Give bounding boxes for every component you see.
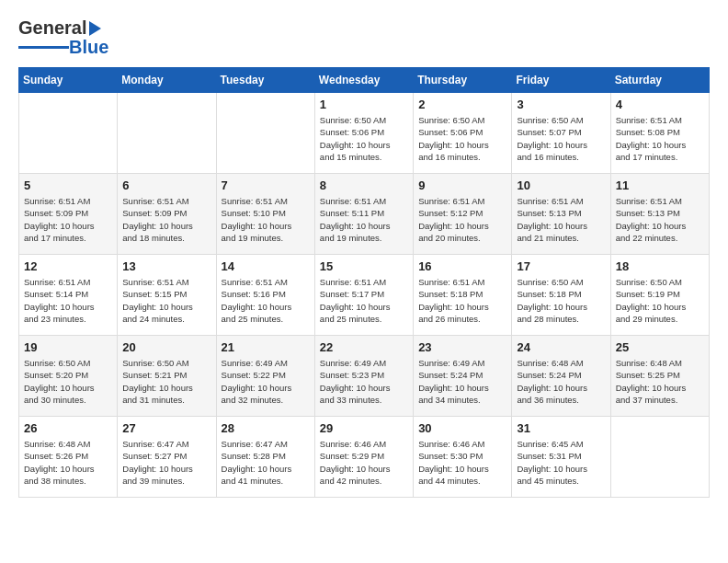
- day-detail: Sunrise: 6:51 AM Sunset: 5:15 PM Dayligh…: [122, 276, 210, 325]
- calendar-cell: 12Sunrise: 6:51 AM Sunset: 5:14 PM Dayli…: [19, 255, 118, 336]
- week-row-1: 1Sunrise: 6:50 AM Sunset: 5:06 PM Daylig…: [19, 93, 710, 174]
- calendar-table: SundayMondayTuesdayWednesdayThursdayFrid…: [18, 67, 710, 498]
- day-number: 19: [24, 340, 112, 354]
- calendar-cell: 19Sunrise: 6:50 AM Sunset: 5:20 PM Dayli…: [19, 336, 118, 417]
- day-number: 17: [517, 259, 605, 273]
- calendar-cell: 17Sunrise: 6:50 AM Sunset: 5:18 PM Dayli…: [512, 255, 610, 336]
- week-row-4: 19Sunrise: 6:50 AM Sunset: 5:20 PM Dayli…: [19, 336, 710, 417]
- day-number: 4: [616, 98, 704, 111]
- day-number: 18: [616, 259, 704, 273]
- day-detail: Sunrise: 6:50 AM Sunset: 5:07 PM Dayligh…: [517, 114, 605, 163]
- day-detail: Sunrise: 6:48 AM Sunset: 5:24 PM Dayligh…: [517, 357, 605, 406]
- day-detail: Sunrise: 6:49 AM Sunset: 5:22 PM Dayligh…: [222, 357, 310, 406]
- day-number: 24: [517, 340, 605, 354]
- week-row-3: 12Sunrise: 6:51 AM Sunset: 5:14 PM Dayli…: [19, 255, 710, 336]
- weekday-header-monday: Monday: [118, 68, 216, 93]
- day-number: 3: [517, 98, 605, 111]
- day-number: 2: [418, 98, 506, 111]
- calendar-cell: 4Sunrise: 6:51 AM Sunset: 5:08 PM Daylig…: [610, 93, 709, 174]
- day-detail: Sunrise: 6:47 AM Sunset: 5:28 PM Dayligh…: [222, 438, 310, 487]
- day-detail: Sunrise: 6:50 AM Sunset: 5:21 PM Dayligh…: [122, 357, 210, 406]
- day-number: 22: [320, 340, 408, 354]
- calendar-cell: 2Sunrise: 6:50 AM Sunset: 5:06 PM Daylig…: [414, 93, 512, 174]
- day-number: 28: [222, 421, 310, 435]
- day-detail: Sunrise: 6:51 AM Sunset: 5:13 PM Dayligh…: [517, 195, 605, 244]
- calendar-cell: [610, 417, 709, 498]
- weekday-header-friday: Friday: [512, 68, 610, 93]
- calendar-cell: 27Sunrise: 6:47 AM Sunset: 5:27 PM Dayli…: [118, 417, 216, 498]
- calendar-cell: 26Sunrise: 6:48 AM Sunset: 5:26 PM Dayli…: [19, 417, 118, 498]
- day-detail: Sunrise: 6:50 AM Sunset: 5:18 PM Dayligh…: [517, 276, 605, 325]
- week-row-2: 5Sunrise: 6:51 AM Sunset: 5:09 PM Daylig…: [19, 174, 710, 255]
- logo-general: General: [18, 18, 86, 37]
- day-detail: Sunrise: 6:48 AM Sunset: 5:26 PM Dayligh…: [24, 438, 112, 487]
- day-number: 9: [418, 178, 506, 192]
- weekday-header-sunday: Sunday: [19, 68, 118, 93]
- logo-underline: [18, 46, 69, 49]
- week-row-5: 26Sunrise: 6:48 AM Sunset: 5:26 PM Dayli…: [19, 417, 710, 498]
- calendar-cell: 6Sunrise: 6:51 AM Sunset: 5:09 PM Daylig…: [118, 174, 216, 255]
- day-detail: Sunrise: 6:51 AM Sunset: 5:10 PM Dayligh…: [222, 195, 310, 244]
- day-detail: Sunrise: 6:50 AM Sunset: 5:06 PM Dayligh…: [418, 114, 506, 163]
- calendar-cell: 25Sunrise: 6:48 AM Sunset: 5:25 PM Dayli…: [610, 336, 709, 417]
- calendar-cell: 15Sunrise: 6:51 AM Sunset: 5:17 PM Dayli…: [314, 255, 413, 336]
- day-detail: Sunrise: 6:50 AM Sunset: 5:06 PM Dayligh…: [320, 114, 408, 163]
- calendar-cell: [19, 93, 118, 174]
- calendar-cell: 7Sunrise: 6:51 AM Sunset: 5:10 PM Daylig…: [216, 174, 314, 255]
- day-detail: Sunrise: 6:51 AM Sunset: 5:18 PM Dayligh…: [418, 276, 506, 325]
- day-number: 14: [222, 259, 310, 273]
- day-number: 13: [122, 259, 210, 273]
- day-detail: Sunrise: 6:49 AM Sunset: 5:24 PM Dayligh…: [418, 357, 506, 406]
- day-number: 12: [24, 259, 112, 273]
- day-detail: Sunrise: 6:51 AM Sunset: 5:16 PM Dayligh…: [222, 276, 310, 325]
- day-detail: Sunrise: 6:51 AM Sunset: 5:09 PM Dayligh…: [122, 195, 210, 244]
- day-number: 20: [122, 340, 210, 354]
- calendar-cell: 13Sunrise: 6:51 AM Sunset: 5:15 PM Dayli…: [118, 255, 216, 336]
- logo-blue: Blue: [69, 37, 108, 58]
- calendar-cell: 10Sunrise: 6:51 AM Sunset: 5:13 PM Dayli…: [512, 174, 610, 255]
- logo-chevron-icon: [89, 21, 101, 36]
- day-detail: Sunrise: 6:46 AM Sunset: 5:30 PM Dayligh…: [418, 438, 506, 487]
- calendar-cell: 14Sunrise: 6:51 AM Sunset: 5:16 PM Dayli…: [216, 255, 314, 336]
- calendar-cell: 18Sunrise: 6:50 AM Sunset: 5:19 PM Dayli…: [610, 255, 709, 336]
- calendar-cell: 23Sunrise: 6:49 AM Sunset: 5:24 PM Dayli…: [414, 336, 512, 417]
- calendar-cell: 1Sunrise: 6:50 AM Sunset: 5:06 PM Daylig…: [314, 93, 413, 174]
- day-number: 15: [320, 259, 408, 273]
- weekday-header-tuesday: Tuesday: [216, 68, 314, 93]
- day-number: 31: [517, 421, 605, 435]
- day-number: 30: [418, 421, 506, 435]
- calendar-cell: [118, 93, 216, 174]
- calendar-cell: 9Sunrise: 6:51 AM Sunset: 5:12 PM Daylig…: [414, 174, 512, 255]
- calendar-cell: 16Sunrise: 6:51 AM Sunset: 5:18 PM Dayli…: [414, 255, 512, 336]
- day-detail: Sunrise: 6:51 AM Sunset: 5:14 PM Dayligh…: [24, 276, 112, 325]
- day-number: 10: [517, 178, 605, 192]
- day-detail: Sunrise: 6:48 AM Sunset: 5:25 PM Dayligh…: [616, 357, 704, 406]
- day-detail: Sunrise: 6:51 AM Sunset: 5:17 PM Dayligh…: [320, 276, 408, 325]
- calendar-cell: 5Sunrise: 6:51 AM Sunset: 5:09 PM Daylig…: [19, 174, 118, 255]
- calendar-cell: 28Sunrise: 6:47 AM Sunset: 5:28 PM Dayli…: [216, 417, 314, 498]
- day-detail: Sunrise: 6:51 AM Sunset: 5:11 PM Dayligh…: [320, 195, 408, 244]
- calendar-cell: 11Sunrise: 6:51 AM Sunset: 5:13 PM Dayli…: [610, 174, 709, 255]
- day-number: 11: [616, 178, 704, 192]
- day-detail: Sunrise: 6:51 AM Sunset: 5:08 PM Dayligh…: [616, 114, 704, 163]
- day-number: 6: [122, 178, 210, 192]
- day-number: 7: [222, 178, 310, 192]
- calendar-cell: 22Sunrise: 6:49 AM Sunset: 5:23 PM Dayli…: [314, 336, 413, 417]
- day-number: 5: [24, 178, 112, 192]
- calendar-cell: 21Sunrise: 6:49 AM Sunset: 5:22 PM Dayli…: [216, 336, 314, 417]
- day-detail: Sunrise: 6:49 AM Sunset: 5:23 PM Dayligh…: [320, 357, 408, 406]
- day-number: 8: [320, 178, 408, 192]
- weekday-header-wednesday: Wednesday: [314, 68, 413, 93]
- weekday-header-thursday: Thursday: [414, 68, 512, 93]
- page-header: General Blue: [18, 18, 710, 58]
- day-number: 21: [222, 340, 310, 354]
- day-number: 25: [616, 340, 704, 354]
- calendar-cell: 30Sunrise: 6:46 AM Sunset: 5:30 PM Dayli…: [414, 417, 512, 498]
- day-detail: Sunrise: 6:45 AM Sunset: 5:31 PM Dayligh…: [517, 438, 605, 487]
- day-detail: Sunrise: 6:46 AM Sunset: 5:29 PM Dayligh…: [320, 438, 408, 487]
- calendar-cell: 3Sunrise: 6:50 AM Sunset: 5:07 PM Daylig…: [512, 93, 610, 174]
- day-detail: Sunrise: 6:50 AM Sunset: 5:20 PM Dayligh…: [24, 357, 112, 406]
- day-number: 27: [122, 421, 210, 435]
- weekday-header-row: SundayMondayTuesdayWednesdayThursdayFrid…: [19, 68, 710, 93]
- day-number: 1: [320, 98, 408, 111]
